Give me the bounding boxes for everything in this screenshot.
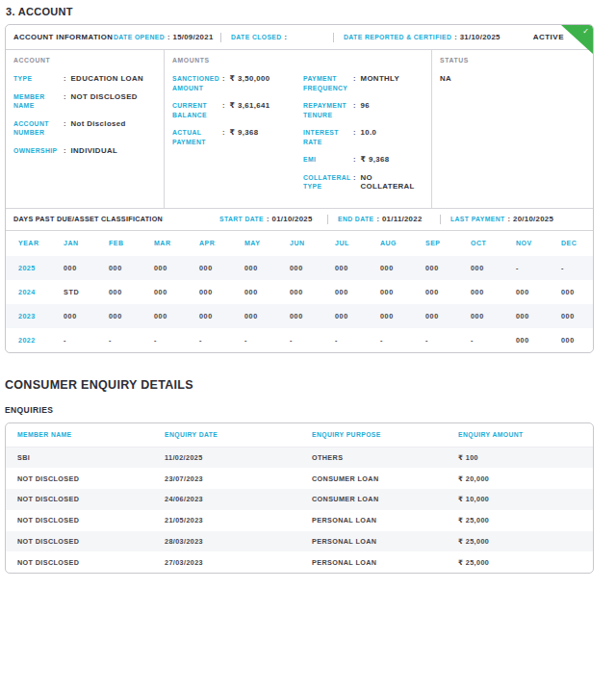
colon: : (222, 101, 225, 119)
check-icon: ✓ (582, 27, 589, 36)
field-value: INDIVIDUAL (71, 146, 118, 156)
start-date-field: START DATE : 01/10/2025 (219, 215, 318, 223)
enquiry-cell: ₹ 10,000 (447, 495, 593, 503)
colon: : (64, 146, 66, 156)
credit-report-account-section: 3. ACCOUNT ✓ ACCOUNT INFORMATION DATE OP… (0, 0, 616, 577)
enquiry-cell: NOT DISCLOSED (6, 495, 153, 503)
dpd-table-row: 2025 000 000 000 000 000 (6, 256, 593, 280)
start-date-label: START DATE (219, 216, 264, 222)
dpd-value-cell: 000 (290, 312, 335, 320)
dpd-value-cell: 000 (244, 264, 290, 272)
dpd-value-cell: 000 (154, 312, 199, 320)
dpd-value-cell: 000 (471, 288, 516, 296)
end-date-field: END DATE : 01/11/2022 (338, 215, 430, 223)
field-label: TYPE (13, 74, 64, 84)
field-label: MEMBER NAME (13, 92, 64, 111)
dpd-year-cell: 2025 (18, 264, 64, 272)
last-payment-value: 20/10/2025 (513, 215, 553, 223)
dpd-table-row: 2024 STD 000 000 000 000 (6, 280, 593, 304)
dpd-column-header: JUL (335, 240, 380, 246)
colon: : (167, 33, 170, 41)
dpd-value-cell: 000 (109, 264, 154, 272)
start-date-value: 01/10/2025 (272, 215, 313, 223)
status-value: NA (440, 74, 585, 83)
field-label: CURRENT BALANCE (172, 101, 222, 119)
field-value: NOT DISCLOSED (71, 92, 138, 111)
field-value: ₹ 3,50,000 (230, 74, 270, 92)
dpd-value-cell: 000 (199, 312, 244, 320)
enquiry-table-row: NOT DISCLOSED 27/03/2023 PERSONAL LOAN ₹… (6, 551, 593, 573)
enquiry-cell: CONSUMER LOAN (300, 495, 447, 503)
enquiry-cell: 21/05/2023 (153, 516, 300, 525)
enquiry-cell: NOT DISCLOSED (6, 516, 153, 525)
dpd-value-cell: 000 (64, 264, 109, 272)
dpd-value-cell: - (244, 336, 290, 345)
last-payment-label: LAST PAYMENT (450, 216, 505, 222)
dpd-title: DAYS PAST DUE/ASSET CLASSIFICATION (13, 215, 219, 223)
dpd-column-header: NOV (516, 240, 561, 246)
dpd-value-cell: 000 (335, 264, 380, 272)
enquiry-cell: PERSONAL LOAN (300, 516, 447, 525)
amounts-subcolumns: SANCTIONED AMOUNT : ₹ 3,50,000 CURRENT B… (172, 74, 424, 200)
colon: : (222, 74, 225, 92)
field-row: OWNERSHIP : INDIVIDUAL (13, 146, 156, 156)
enquiry-cell: 11/02/2025 (153, 453, 300, 462)
colon: : (353, 128, 356, 146)
dpd-value-cell: 000 (516, 288, 561, 296)
field-label: PAYMENT FREQUENCY (303, 74, 353, 92)
field-row: PAYMENT FREQUENCY : MONTHLY (303, 74, 424, 92)
dpd-value-cell: 000 (199, 288, 244, 296)
dpd-value-cell: 000 (471, 312, 516, 320)
field-value: ₹ 3,61,641 (230, 101, 270, 119)
dpd-value-cell: - (154, 336, 199, 345)
dpd-value-cell: - (380, 336, 425, 345)
account-info-title: ACCOUNT INFORMATION (13, 33, 114, 41)
amounts-subcol-1: SANCTIONED AMOUNT : ₹ 3,50,000 CURRENT B… (172, 74, 299, 200)
date-opened-field: DATE OPENED : 15/09/2021 (114, 33, 211, 41)
dpd-value-cell: - (64, 336, 109, 345)
enquiry-cell: CONSUMER LOAN (300, 474, 447, 483)
colon: : (376, 215, 379, 223)
enquiry-cell: NOT DISCLOSED (6, 537, 153, 546)
colon: : (285, 33, 288, 41)
enquiry-cell: SBI (6, 453, 153, 462)
dpd-value-cell: - (516, 264, 561, 272)
dpd-column-header: MAR (154, 240, 199, 246)
colon: : (353, 173, 356, 192)
dpd-table-row: 2023 000 000 000 000 000 (6, 304, 593, 328)
dpd-value-cell: 000 (425, 312, 471, 320)
amounts-column-heading: AMOUNTS (172, 57, 424, 64)
dpd-table-row: 2022 - - - - - - (6, 328, 593, 352)
dpd-value-cell: 000 (380, 288, 425, 296)
enquiry-cell: PERSONAL LOAN (300, 537, 447, 546)
vertical-divider (220, 33, 221, 42)
field-value: ₹ 9,368 (230, 128, 259, 146)
amounts-subcol-2: PAYMENT FREQUENCY : MONTHLY REPAYMENT TE… (303, 74, 424, 200)
dpd-column-header: SEP (425, 240, 471, 246)
dpd-value-cell: 000 (109, 312, 154, 320)
dpd-value-cell: 000 (244, 288, 290, 296)
colon: : (64, 74, 66, 84)
field-row: SANCTIONED AMOUNT : ₹ 3,50,000 (172, 74, 299, 92)
field-label: OWNERSHIP (13, 146, 64, 156)
end-date-label: END DATE (338, 216, 373, 222)
dpd-value-cell: - (471, 336, 516, 345)
field-label: ACTUAL PAYMENT (172, 128, 222, 146)
vertical-divider (440, 215, 441, 224)
field-label: EMI (303, 155, 353, 165)
enquiry-table-row: SBI 11/02/2025 OTHERS ₹ 100 (6, 448, 593, 469)
enquiry-table-body: SBI 11/02/2025 OTHERS ₹ 100 NOT (6, 448, 593, 574)
dpd-value-cell: 000 (380, 312, 425, 320)
enquiry-section-title: CONSUMER ENQUIRY DETAILS (5, 378, 611, 392)
colon: : (267, 215, 270, 223)
dpd-value-cell: 000 (561, 312, 594, 320)
dpd-year-cell: 2024 (18, 288, 64, 296)
field-label: COLLATERAL TYPE (303, 173, 353, 192)
enquiry-cell: ₹ 100 (447, 453, 593, 462)
field-label: SANCTIONED AMOUNT (172, 74, 222, 92)
dpd-value-cell: 000 (335, 288, 380, 296)
dpd-value-cell: 000 (471, 264, 516, 272)
dpd-value-cell: - (425, 336, 471, 345)
colon: : (353, 155, 356, 165)
dpd-year-cell: 2023 (18, 312, 64, 320)
